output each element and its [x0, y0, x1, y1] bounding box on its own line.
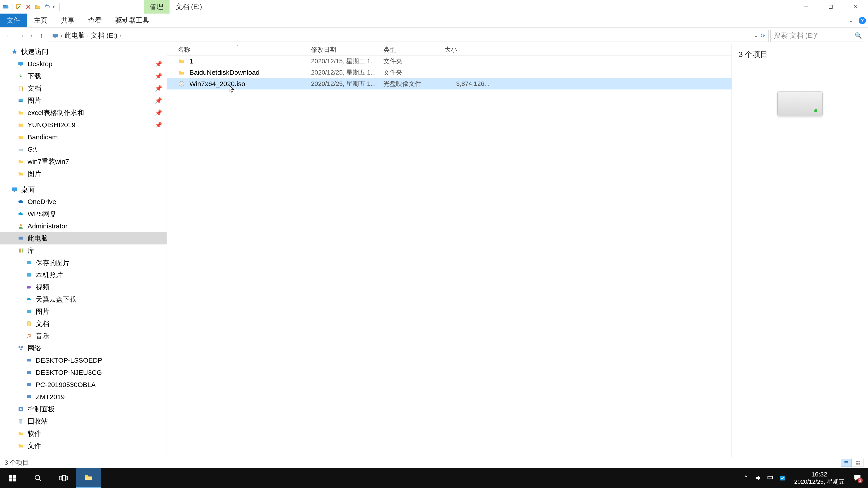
search-icon[interactable]: 🔍: [855, 32, 862, 39]
ribbon-tab-drivetools[interactable]: 驱动器工具: [108, 13, 156, 27]
refresh-button[interactable]: ⟳: [761, 32, 766, 39]
nav-documents-2[interactable]: 文档: [0, 318, 166, 330]
start-button[interactable]: [0, 468, 25, 488]
file-row[interactable]: BaiduNetdiskDownload2020/12/25, 星期五 1...…: [167, 67, 732, 78]
nav-desktop[interactable]: Desktop📌: [0, 58, 166, 70]
folder-icon: [17, 430, 24, 437]
nav-pc1[interactable]: DESKTOP-LSSOEDP: [0, 354, 166, 366]
view-details-button[interactable]: [841, 459, 852, 467]
file-row[interactable]: 12020/12/15, 星期二 1...文件夹: [167, 56, 732, 67]
nav-this-pc[interactable]: 此电脑: [0, 232, 166, 245]
qat-delete-icon[interactable]: [24, 3, 32, 11]
nav-onedrive[interactable]: OneDrive: [0, 196, 166, 208]
file-list-pane: 名称˄ 修改日期 类型 大小 12020/12/15, 星期二 1...文件夹B…: [167, 44, 732, 457]
show-desktop-button[interactable]: [865, 468, 868, 488]
action-center-button[interactable]: 3: [850, 468, 865, 488]
chevron-right-icon[interactable]: ›: [86, 33, 90, 38]
nav-up-button[interactable]: ↑: [36, 30, 47, 41]
nav-history-dropdown-icon[interactable]: ▾: [29, 33, 34, 38]
column-type[interactable]: 类型: [383, 45, 444, 54]
minimize-button[interactable]: [794, 0, 818, 13]
taskbar[interactable]: ˄ 中 16:32 2020/12/25, 星期五 3: [0, 468, 868, 488]
contextual-tab-manage[interactable]: 管理: [144, 0, 169, 13]
nav-administrator[interactable]: Administrator: [0, 220, 166, 232]
pc-icon: [17, 235, 24, 242]
breadcrumb-this-pc[interactable]: 此电脑: [65, 31, 85, 40]
nav-desktop-group[interactable]: 桌面: [0, 184, 166, 196]
ime-indicator[interactable]: 中: [764, 468, 776, 488]
nav-bandicam[interactable]: Bandicam: [0, 131, 166, 143]
pc-icon: [25, 381, 33, 388]
ribbon-tab-home[interactable]: 主页: [27, 13, 54, 27]
volume-icon[interactable]: [752, 468, 764, 488]
nav-win7reinstall[interactable]: win7重装win7: [0, 156, 166, 168]
nav-gdrive[interactable]: G:\: [0, 143, 166, 156]
ribbon-tab-view[interactable]: 查看: [81, 13, 108, 27]
breadcrumb-current[interactable]: 文档 (E:): [91, 31, 117, 40]
app-icon[interactable]: [2, 3, 10, 11]
navigation-pane[interactable]: 快速访问 Desktop📌 下载📌 文档📌 图片📌 excel表格制作求和📌 Y…: [0, 44, 167, 457]
nav-pc2[interactable]: DESKTOP-NJEU3CG: [0, 366, 166, 379]
task-view-button[interactable]: [51, 468, 76, 488]
nav-recycle-bin[interactable]: 回收站: [0, 415, 166, 427]
nav-tianyi[interactable]: 天翼云盘下载: [0, 293, 166, 305]
qat-undo-icon[interactable]: [43, 3, 51, 11]
pictures-icon: [25, 259, 33, 266]
file-row[interactable]: Win7x64_2020.iso2020/12/25, 星期五 1...光盘映像…: [167, 78, 732, 90]
column-headers[interactable]: 名称˄ 修改日期 类型 大小: [167, 44, 732, 56]
nav-label: 快速访问: [21, 47, 49, 57]
nav-pc4[interactable]: ZMT2019: [0, 391, 166, 403]
taskbar-file-explorer[interactable]: [76, 468, 101, 488]
nav-yunqishi[interactable]: YUNQISHI2019📌: [0, 119, 166, 131]
taskbar-clock[interactable]: 16:32 2020/12/25, 星期五: [789, 471, 850, 485]
qat-dropdown-icon[interactable]: ▾: [53, 5, 57, 9]
nav-excel-folder[interactable]: excel表格制作求和📌: [0, 107, 166, 119]
nav-software[interactable]: 软件: [0, 427, 166, 440]
nav-quick-access[interactable]: 快速访问: [0, 46, 166, 58]
pc-icon: [25, 369, 33, 376]
address-dropdown-icon[interactable]: ⌄: [754, 33, 758, 38]
tray-app-icon[interactable]: [776, 468, 789, 488]
qat-properties-icon[interactable]: [15, 3, 23, 11]
help-button[interactable]: ?: [857, 13, 868, 27]
nav-back-button[interactable]: ←: [3, 30, 14, 41]
nav-camera-roll[interactable]: 本机照片: [0, 269, 166, 281]
svg-point-33: [181, 83, 182, 85]
chevron-right-icon[interactable]: ›: [119, 33, 122, 38]
nav-label: 库: [28, 246, 34, 255]
nav-documents[interactable]: 文档📌: [0, 82, 166, 94]
nav-pictures-2[interactable]: 图片: [0, 168, 166, 180]
nav-control-panel[interactable]: 控制面板: [0, 403, 166, 415]
nav-downloads[interactable]: 下载📌: [0, 70, 166, 82]
breadcrumb[interactable]: › 此电脑 › 文档 (E:) › ⌄ ⟳: [49, 30, 769, 42]
search-input[interactable]: 搜索"文档 (E:)" 🔍: [770, 30, 865, 42]
svg-rect-31: [19, 419, 22, 420]
nav-videos[interactable]: 视频: [0, 281, 166, 293]
close-button[interactable]: [843, 0, 868, 13]
pin-icon: 📌: [155, 97, 162, 104]
nav-pictures[interactable]: 图片📌: [0, 94, 166, 107]
nav-wps[interactable]: WPS网盘: [0, 208, 166, 220]
nav-saved-pictures[interactable]: 保存的图片: [0, 257, 166, 269]
search-button[interactable]: [25, 468, 51, 488]
svg-rect-15: [19, 249, 20, 252]
tray-overflow-icon[interactable]: ˄: [740, 468, 752, 488]
column-name[interactable]: 名称˄: [178, 45, 311, 54]
nav-network[interactable]: 网络: [0, 342, 166, 354]
nav-libraries[interactable]: 库: [0, 245, 166, 257]
chevron-right-icon[interactable]: ›: [60, 33, 63, 38]
document-icon: [17, 85, 24, 92]
nav-files[interactable]: 文件: [0, 440, 166, 452]
column-size[interactable]: 大小: [444, 45, 490, 54]
nav-music[interactable]: 音乐: [0, 330, 166, 342]
column-date[interactable]: 修改日期: [311, 45, 383, 54]
ribbon-collapse-icon[interactable]: ⌄: [845, 13, 857, 27]
ribbon-tab-file[interactable]: 文件: [0, 13, 27, 27]
breadcrumb-pc-icon[interactable]: [52, 32, 59, 39]
ribbon-tab-share[interactable]: 共享: [54, 13, 81, 27]
nav-pictures-3[interactable]: 图片: [0, 305, 166, 318]
view-thumbnails-button[interactable]: [852, 459, 864, 467]
qat-new-folder-icon[interactable]: [34, 3, 42, 11]
maximize-button[interactable]: [818, 0, 843, 13]
nav-pc3[interactable]: PC-20190530OBLA: [0, 379, 166, 391]
